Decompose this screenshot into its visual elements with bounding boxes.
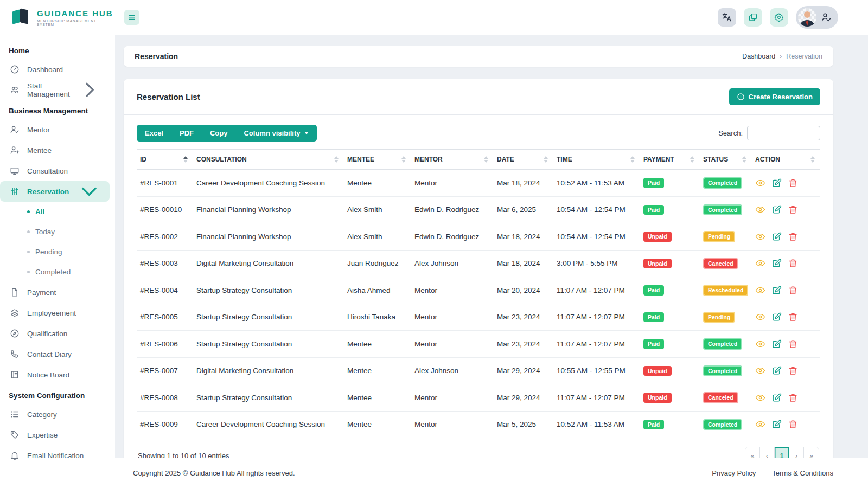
pagination-last-button[interactable]: » (804, 447, 819, 458)
eye-icon (755, 312, 765, 322)
view-button[interactable] (755, 232, 765, 242)
entries-info: Showing 1 to 10 of 10 entries (138, 452, 229, 458)
edit-button[interactable] (771, 312, 782, 322)
cell-mentee: Hiroshi Tanaka (344, 304, 411, 331)
view-button[interactable] (755, 178, 765, 188)
edit-button[interactable] (771, 232, 782, 242)
sidebar-subitem-pending[interactable]: Pending (0, 242, 115, 262)
pagination-page-button[interactable]: 1 (775, 447, 789, 458)
sidebar-subitem-all[interactable]: All (0, 202, 115, 222)
settings-button[interactable] (770, 8, 788, 27)
delete-button[interactable] (788, 365, 798, 376)
pagination-next-button[interactable]: › (789, 447, 804, 458)
brand-logo[interactable]: GUIDANCE HUB MENTORSHIP MANAGEMENT SYSTE… (0, 7, 115, 28)
user-menu[interactable] (796, 6, 838, 29)
column-header-id[interactable]: ID (137, 150, 193, 170)
edit-button[interactable] (771, 339, 782, 349)
column-header-payment[interactable]: PAYMENT (640, 150, 700, 170)
terms-conditions-link[interactable]: Terms & Conditions (772, 469, 833, 477)
sidebar-item-mentee[interactable]: Mentee (0, 140, 110, 160)
edit-button[interactable] (771, 419, 782, 429)
trash-icon (788, 419, 798, 429)
sidebar-item-employeement[interactable]: Employeement (0, 303, 110, 323)
column-header-date[interactable]: DATE (494, 150, 553, 170)
edit-icon (771, 232, 782, 242)
tag-icon (10, 430, 20, 440)
view-button[interactable] (755, 285, 765, 296)
edit-button[interactable] (771, 393, 782, 403)
delete-button[interactable] (788, 393, 798, 403)
cell-consultation: Career Development Coaching Session (193, 411, 344, 438)
sidebar-item-contact-diary[interactable]: Contact Diary (0, 344, 110, 364)
delete-button[interactable] (788, 312, 798, 322)
menu-icon (127, 13, 136, 22)
export-excel-button[interactable]: Excel (137, 125, 171, 142)
fullscreen-copy-button[interactable] (744, 8, 762, 27)
sidebar-subitem-completed[interactable]: Completed (0, 262, 115, 282)
status-badge: Completed (703, 419, 742, 431)
breadcrumb-dashboard[interactable]: Dashboard (742, 53, 775, 60)
column-header-consultation[interactable]: CONSULTATION (193, 150, 344, 170)
view-button[interactable] (755, 258, 765, 268)
delete-button[interactable] (788, 258, 798, 268)
export-copy-button[interactable]: Copy (202, 125, 236, 142)
sidebar-item-expertise[interactable]: Expertise (0, 425, 110, 445)
sidebar-item-payment[interactable]: Payment (0, 282, 110, 303)
delete-button[interactable] (788, 419, 798, 429)
edit-button[interactable] (771, 365, 782, 376)
create-reservation-button[interactable]: Create Reservation (729, 88, 821, 105)
column-header-action[interactable]: ACTION (752, 150, 820, 170)
brand-tagline: MENTORSHIP MANAGEMENT SYSTEM (37, 19, 115, 27)
view-button[interactable] (755, 393, 765, 403)
language-button[interactable] (718, 8, 736, 27)
column-header-mentor[interactable]: MENTOR (411, 150, 494, 170)
eye-icon (755, 232, 765, 242)
sidebar-subitem-today[interactable]: Today (0, 222, 115, 242)
sidebar-toggle-button[interactable] (124, 10, 139, 25)
column-header-status[interactable]: STATUS (700, 150, 752, 170)
delete-button[interactable] (788, 232, 798, 242)
delete-button[interactable] (788, 339, 798, 349)
search-input[interactable] (747, 126, 820, 140)
sidebar-item-category[interactable]: Category (0, 404, 110, 425)
bullet-icon (27, 230, 30, 233)
sidebar-item-dashboard[interactable]: Dashboard (0, 59, 110, 80)
pagination-prev-button[interactable]: ‹ (760, 447, 775, 458)
delete-button[interactable] (788, 178, 798, 188)
delete-button[interactable] (788, 285, 798, 296)
cell-mentor: Edwin D. Rodriguez (411, 223, 494, 251)
view-button[interactable] (755, 419, 765, 429)
cell-time: 10:55 AM - 12:55 PM (553, 357, 640, 384)
sidebar-item-mentor[interactable]: Mentor (0, 119, 110, 140)
edit-button[interactable] (771, 285, 782, 296)
sidebar-item-email-notification[interactable]: Email Notification (0, 445, 110, 466)
sidebar-item-notice-board[interactable]: Notice Board (0, 364, 110, 385)
edit-button[interactable] (771, 204, 782, 215)
pagination-first-button[interactable]: « (745, 447, 760, 458)
payment-badge: Paid (643, 178, 664, 188)
column-header-time[interactable]: TIME (553, 150, 640, 170)
export-pdf-button[interactable]: PDF (171, 125, 202, 142)
column-visibility-button[interactable]: Column visibility (235, 125, 316, 142)
cell-time: 10:54 AM - 12:54 PM (553, 196, 640, 223)
cell-mentor: Mentor (411, 277, 494, 304)
view-button[interactable] (755, 339, 765, 349)
delete-button[interactable] (788, 204, 798, 215)
view-button[interactable] (755, 365, 765, 376)
cell-date: Mar 29, 2024 (494, 357, 553, 384)
cell-consultation: Startup Strategy Consultation (193, 304, 344, 331)
sort-icon (484, 156, 488, 163)
sidebar-item-reservation[interactable]: Reservation (0, 181, 110, 202)
sidebar-item-qualification[interactable]: Qualification (0, 323, 110, 344)
column-header-mentee[interactable]: MENTEE (344, 150, 411, 170)
sidebar-item-consultation[interactable]: Consultation (0, 160, 110, 181)
reservation-list-card: Reservation List Create Reservation Exce… (124, 79, 833, 458)
privacy-policy-link[interactable]: Privacy Policy (712, 469, 756, 477)
edit-button[interactable] (771, 178, 782, 188)
view-button[interactable] (755, 312, 765, 322)
sidebar-item-staff-management[interactable]: Staff Management (0, 80, 110, 100)
payment-badge: Paid (643, 285, 664, 296)
view-button[interactable] (755, 204, 765, 215)
edit-button[interactable] (771, 258, 782, 268)
sidebar: HomeDashboardStaff ManagementBusiness Ma… (0, 35, 115, 488)
